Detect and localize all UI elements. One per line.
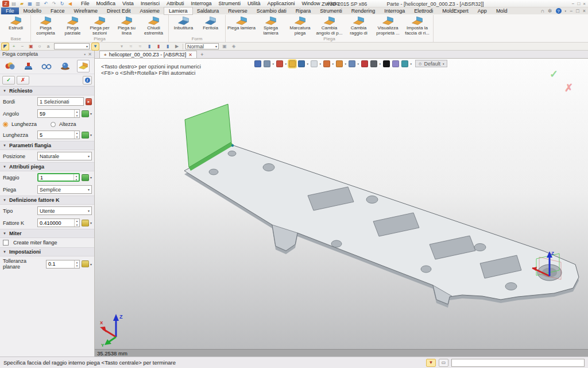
display-solid-icon[interactable] bbox=[298, 60, 305, 67]
menu-item[interactable]: Strumenti bbox=[215, 0, 244, 7]
add-entity-icon[interactable]: + bbox=[10, 43, 17, 50]
ribbon-button-cambia-angolo[interactable]: Cambia angolo di p... bbox=[315, 15, 344, 36]
info-button[interactable]: i bbox=[83, 76, 92, 85]
panel-close-icon[interactable]: ✕ bbox=[88, 52, 92, 57]
expression-toggle-icon[interactable] bbox=[82, 110, 89, 117]
expression-caret-icon[interactable]: ▾ bbox=[90, 221, 92, 225]
tab-saldatura[interactable]: Saldatura bbox=[192, 7, 224, 14]
lunghezza-input[interactable] bbox=[38, 131, 74, 139]
tab-direct-edit[interactable]: Direct Edit bbox=[102, 7, 136, 14]
tab-rendering[interactable]: Rendering bbox=[347, 7, 380, 14]
command-input[interactable] bbox=[451, 359, 585, 367]
pointer-mode-icon[interactable]: ▶ bbox=[173, 43, 180, 50]
open-file-icon[interactable]: ▰ bbox=[18, 1, 25, 7]
preview-glasses-icon[interactable] bbox=[40, 60, 53, 72]
label-filter-icon[interactable]: a bbox=[45, 43, 52, 50]
render-sphere-icon[interactable] bbox=[59, 60, 71, 72]
close-icon[interactable]: × bbox=[583, 1, 586, 6]
undo-icon[interactable]: ↶ bbox=[42, 1, 49, 7]
shade-mode-icon[interactable] bbox=[289, 60, 296, 67]
menu-item[interactable]: Window bbox=[299, 0, 324, 7]
input-box-toggle[interactable]: ▭ bbox=[439, 359, 448, 367]
new-tab-button[interactable]: + bbox=[197, 51, 207, 58]
expression-caret-icon[interactable]: ▾ bbox=[90, 262, 92, 266]
bend-settings-icon[interactable] bbox=[77, 60, 90, 72]
ribbon-button-spiega-lamiera[interactable]: Spiega lamiera bbox=[256, 15, 285, 36]
tab-mold[interactable]: Mold bbox=[492, 7, 512, 14]
color-swatch-icon[interactable]: ▣ bbox=[28, 43, 34, 50]
help-caret-icon[interactable]: ▾ bbox=[565, 9, 567, 13]
ribbon-button-imposta-faccia[interactable]: Imposta la faccia di ri... bbox=[403, 15, 432, 36]
menu-item[interactable]: Modifica bbox=[93, 0, 119, 7]
point-style-icon[interactable] bbox=[323, 60, 330, 67]
remove-entity-icon[interactable]: − bbox=[19, 43, 26, 50]
tab-assieme[interactable]: Assieme bbox=[136, 7, 165, 14]
ribbon-button-estrudi[interactable]: Estrudi bbox=[2, 15, 29, 36]
spin-down-icon[interactable]: ▾ bbox=[74, 178, 79, 181]
view-orient-icon[interactable] bbox=[264, 60, 270, 67]
viewport[interactable]: Z <Tasto destro> per opzioni input numer… bbox=[95, 59, 588, 356]
zw3d-logo[interactable]: Z bbox=[2, 1, 9, 7]
ribbon-button-marcatura-piega[interactable]: Marcatura piega bbox=[285, 15, 315, 36]
tolleranza-input[interactable] bbox=[47, 260, 74, 268]
tab-reverse[interactable]: Reverse bbox=[223, 7, 252, 14]
miter-checkbox[interactable] bbox=[3, 240, 9, 246]
menu-item[interactable]: Vista bbox=[119, 0, 137, 7]
entity-filter-combo[interactable]: ▾ bbox=[54, 43, 90, 49]
radio-lunghezza[interactable] bbox=[3, 122, 8, 127]
redo-icon[interactable]: ↷ bbox=[51, 1, 57, 7]
show-entities-icon[interactable] bbox=[254, 60, 261, 67]
pin-icon[interactable]: ▪ bbox=[84, 52, 86, 57]
spin-down-icon[interactable]: ▾ bbox=[75, 264, 79, 268]
menu-item[interactable]: Utilità bbox=[244, 0, 264, 7]
ribbon-button-piega-parziale[interactable]: Piega parziale bbox=[59, 15, 86, 36]
ok-button[interactable]: ✓ bbox=[2, 76, 15, 85]
ribbon-button-cambia-raggio[interactable]: Cambia raggio di piega bbox=[344, 15, 373, 36]
expression-caret-icon[interactable]: ▾ bbox=[90, 175, 92, 179]
tab-scambio-dati[interactable]: Scambio dati bbox=[252, 7, 291, 14]
tab-interroga[interactable]: Interroga bbox=[380, 7, 409, 14]
render-settings-icon[interactable] bbox=[336, 60, 343, 67]
angolo-spinner[interactable]: ▴▾ bbox=[37, 109, 80, 118]
fattore-k-spinner[interactable]: ▴▾ bbox=[37, 218, 80, 227]
dropdown-caret-icon[interactable]: ▾ bbox=[118, 43, 125, 50]
display-wireframe-icon[interactable] bbox=[311, 60, 318, 67]
settings-gear-icon[interactable]: ✲ bbox=[548, 8, 552, 14]
section-header-fattore-k[interactable]: ▼ Definizione fattore K bbox=[0, 195, 94, 205]
tab-strumenti[interactable]: Strumenti bbox=[315, 7, 347, 14]
tab-lamiera[interactable]: Lamiera bbox=[164, 7, 192, 14]
expression-caret-icon[interactable]: ▾ bbox=[90, 133, 92, 137]
ribbon-restore-icon[interactable]: □ bbox=[576, 8, 579, 14]
ribbon-button-piega-per-sezioni[interactable]: Piega per sezioni bbox=[86, 15, 113, 36]
tab-facce[interactable]: Facce bbox=[46, 7, 69, 14]
save-icon[interactable]: ▦ bbox=[26, 1, 33, 7]
new-file-icon[interactable]: ▤ bbox=[10, 1, 17, 7]
refresh-icon[interactable]: ↻ bbox=[59, 1, 65, 7]
spin-down-icon[interactable]: ▾ bbox=[75, 223, 79, 227]
face-color-icon[interactable] bbox=[392, 60, 399, 67]
piega-dropdown[interactable]: Semplice ▾ bbox=[37, 185, 92, 194]
material-icon[interactable] bbox=[401, 60, 408, 67]
align-icon-2[interactable]: ≈ bbox=[137, 43, 144, 50]
ribbon-button-inbutitura[interactable]: Inbutitura bbox=[170, 15, 197, 36]
align-icon-1[interactable]: ≈ bbox=[127, 43, 134, 50]
lunghezza-spinner[interactable]: ▴▾ bbox=[37, 131, 80, 139]
cloud-icon[interactable]: ∩ bbox=[541, 8, 544, 14]
section-header-parametri-flangia[interactable]: ▼ Parametri flangia bbox=[0, 141, 94, 150]
ribbon-minimize-icon[interactable]: − bbox=[570, 8, 572, 14]
line-width-icon[interactable] bbox=[383, 60, 390, 67]
radio-altezza[interactable] bbox=[51, 122, 56, 127]
clipboard-icon[interactable]: ▼ bbox=[92, 43, 99, 50]
list-filter-mixed-icon[interactable]: ▮ bbox=[164, 43, 171, 50]
spin-down-icon[interactable]: ▾ bbox=[75, 114, 79, 118]
tipo-dropdown[interactable]: Utente ▾ bbox=[37, 206, 92, 215]
tab-moldexpert[interactable]: MoldExpert bbox=[438, 7, 473, 14]
pick-mode-combo[interactable]: Normal ▾ bbox=[185, 43, 219, 49]
ribbon-button-piega-su-linea[interactable]: Piega su linea bbox=[113, 15, 140, 36]
bordi-input[interactable] bbox=[37, 97, 84, 106]
tab-wireframe[interactable]: Wireframe bbox=[69, 7, 103, 14]
entity-info-toggle[interactable]: ▼ bbox=[426, 359, 436, 367]
snap-icon[interactable]: ▣ bbox=[221, 43, 228, 50]
section-view-icon[interactable] bbox=[361, 60, 368, 67]
menu-item[interactable]: Interroga bbox=[187, 0, 215, 7]
